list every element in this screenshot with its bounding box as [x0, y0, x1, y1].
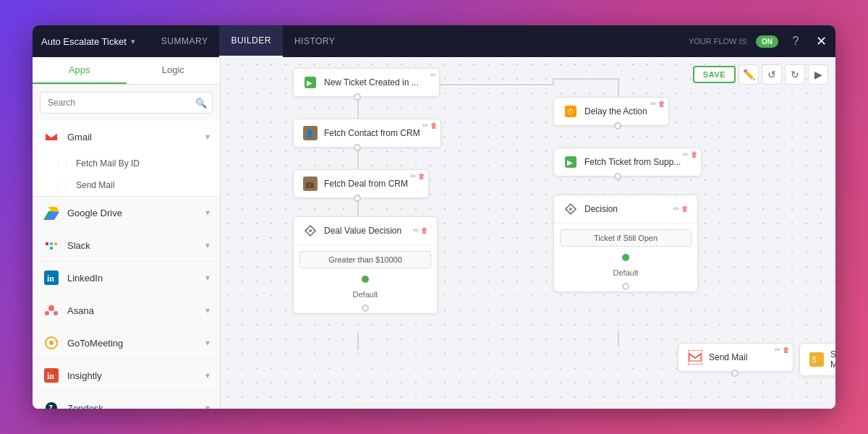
- gmail-icon: [43, 128, 60, 145]
- sidebar-item-google-drive[interactable]: Google Drive ▾: [33, 197, 220, 229]
- sidebar-tab-logic[interactable]: Logic: [127, 57, 221, 84]
- tab-history[interactable]: HISTORY: [283, 25, 346, 57]
- node-fetch-ticket[interactable]: ▶ Fetch Ticket from Supp... ✏ 🗑: [553, 148, 702, 176]
- node-edit-icon-4[interactable]: ✏: [413, 227, 419, 234]
- zendesk-chevron-icon: ▾: [205, 403, 210, 409]
- connector-dot-3: [354, 195, 361, 202]
- google-drive-label: Google Drive: [67, 208, 205, 218]
- sidebar-item-asana[interactable]: Asana ▾: [33, 294, 220, 327]
- svg-rect-8: [54, 242, 57, 245]
- default2-connector: [622, 283, 629, 290]
- sidebar-item-zendesk[interactable]: Z Zendesk ▾: [33, 392, 220, 409]
- search-input[interactable]: [40, 92, 213, 114]
- flow-label: YOUR FLOW IS:: [689, 37, 749, 46]
- svg-text:💼: 💼: [305, 179, 315, 189]
- send-channel-label: Send Channel Message: [830, 349, 835, 370]
- node-delete-icon-2[interactable]: 🗑: [430, 122, 438, 129]
- sidebar-item-slack[interactable]: Slack ▾: [33, 229, 220, 262]
- node-deal-decision[interactable]: Deal Value Decision ✏ 🗑 Greater than $10…: [293, 216, 438, 314]
- gmail-chevron-icon: ▾: [205, 132, 210, 142]
- deal-branch-default: Default: [294, 286, 437, 303]
- play-icon[interactable]: ▶: [808, 64, 828, 85]
- gotomeeting-icon: [43, 334, 60, 352]
- node-send-mail[interactable]: Send Mail ✏ 🗑: [678, 343, 793, 372]
- sidebar-item-gotomeeting[interactable]: GoToMeeting ▾: [33, 327, 220, 359]
- deal-decision-label: Deal Value Decision: [324, 226, 401, 236]
- flow-toggle[interactable]: ON: [756, 35, 778, 48]
- node-edit-icon-3[interactable]: ✏: [410, 173, 416, 180]
- trigger-icon: ▶: [302, 75, 318, 90]
- sidebar-item-gmail: Gmail ▾ ⋮⋮ Fetch Mail By ID ⋮⋮ Send Mail: [33, 121, 220, 197]
- node-send-channel[interactable]: S Send Channel Message ✏ 🗑: [799, 343, 835, 376]
- google-drive-icon: [43, 204, 60, 221]
- decision2-default: Default: [554, 264, 697, 281]
- svg-point-13: [54, 311, 58, 315]
- node-edit-icon-8[interactable]: ✏: [775, 346, 780, 354]
- gmail-subitem-send[interactable]: ⋮⋮ Send Mail: [33, 174, 220, 196]
- gmail-subitem-fetch[interactable]: ⋮⋮ Fetch Mail By ID: [33, 153, 220, 174]
- sidebar-item-insightly[interactable]: in Insightly ▾: [33, 359, 220, 392]
- delay-label: Delay the Action: [584, 106, 647, 116]
- node-edit-icon-7[interactable]: ✏: [673, 205, 679, 213]
- node-decision2[interactable]: Decision ✏ 🗑 Ticket if Still Open Defaul…: [553, 195, 698, 292]
- search-icon: 🔍: [195, 98, 207, 109]
- node-delete-icon-8[interactable]: 🗑: [783, 346, 790, 354]
- sidebar-item-linkedin[interactable]: in LinkedIn ▾: [33, 262, 220, 294]
- send-mail-icon: [687, 349, 703, 365]
- tab-builder[interactable]: BUILDER: [219, 25, 283, 57]
- svg-text:in: in: [47, 371, 54, 381]
- gmail-header[interactable]: Gmail ▾: [33, 121, 220, 153]
- node-delete-icon-7[interactable]: 🗑: [681, 205, 689, 213]
- node-edit-icon-5[interactable]: ✏: [650, 101, 656, 108]
- deal-decision-header: Deal Value Decision ✏ 🗑: [294, 217, 437, 245]
- sidebar-tab-apps[interactable]: Apps: [33, 57, 127, 84]
- svg-point-15: [49, 341, 54, 345]
- svg-rect-7: [50, 247, 53, 250]
- node-fetch-deal[interactable]: 💼 Fetch Deal from CRM ✏ 🗑: [293, 169, 429, 198]
- decision2-icon: [563, 201, 579, 217]
- connector-dot-5: [614, 122, 621, 129]
- window-title: Auto Escalate Ticket ▾: [41, 36, 135, 47]
- header: Auto Escalate Ticket ▾ SUMMARY BUILDER H…: [33, 25, 835, 57]
- svg-point-11: [48, 305, 54, 311]
- undo-icon[interactable]: ↺: [762, 64, 782, 85]
- send-mail-label: Send Mail: [76, 180, 114, 190]
- node-edit-icon-2[interactable]: ✏: [422, 122, 428, 129]
- decision2-label: Decision: [584, 204, 618, 214]
- node-edit-icon[interactable]: ✏: [430, 72, 436, 79]
- google-drive-chevron-icon: ▾: [205, 208, 210, 218]
- close-button[interactable]: ✕: [816, 33, 827, 49]
- sidebar-apps: Gmail ▾ ⋮⋮ Fetch Mail By ID ⋮⋮ Send Mail: [33, 121, 220, 409]
- fetch-ticket-icon: ▶: [563, 154, 579, 170]
- node-delete-icon-5[interactable]: 🗑: [658, 101, 665, 108]
- tab-summary[interactable]: SUMMARY: [150, 25, 220, 57]
- node-actions-4: ✏ 🗑: [413, 227, 428, 234]
- node-fetch-contact[interactable]: 👤 Fetch Contact from CRM ✏ 🗑: [293, 119, 441, 148]
- ticket-branch[interactable]: Ticket if Still Open: [560, 229, 692, 247]
- node-delay[interactable]: ⏱ Delay the Action ✏ 🗑: [553, 97, 669, 126]
- edit-icon[interactable]: ✏️: [739, 64, 759, 85]
- asana-chevron-icon: ▾: [205, 305, 210, 315]
- svg-marker-2: [48, 207, 59, 212]
- linkedin-chevron-icon: ▾: [205, 273, 210, 283]
- send-channel-icon: S: [809, 352, 825, 367]
- node-delete-icon-4[interactable]: 🗑: [421, 227, 428, 234]
- node-trigger[interactable]: ▶ New Ticket Created in ... ✏: [293, 68, 440, 97]
- title-text: Auto Escalate Ticket: [41, 36, 127, 47]
- header-right: YOUR FLOW IS: ON ? ✕: [689, 31, 827, 51]
- node-edit-icon-6[interactable]: ✏: [683, 151, 689, 158]
- node-delete-icon-3[interactable]: 🗑: [418, 173, 425, 180]
- help-icon[interactable]: ?: [786, 31, 806, 51]
- linkedin-icon: in: [43, 269, 60, 286]
- title-chevron-icon[interactable]: ▾: [131, 37, 135, 46]
- redo-icon[interactable]: ↻: [785, 64, 805, 85]
- svg-text:⏱: ⏱: [567, 108, 574, 116]
- send-mail-label: Send Mail: [709, 352, 747, 362]
- svg-text:in: in: [47, 273, 54, 284]
- connector-dot: [354, 93, 361, 101]
- save-button[interactable]: SAVE: [693, 66, 736, 83]
- connector-dot-6: [614, 173, 621, 180]
- fetch-deal-label: Fetch Deal from CRM: [324, 179, 408, 189]
- deal-branch-greater[interactable]: Greater than $10000: [299, 251, 431, 268]
- node-delete-icon-6[interactable]: 🗑: [691, 151, 698, 158]
